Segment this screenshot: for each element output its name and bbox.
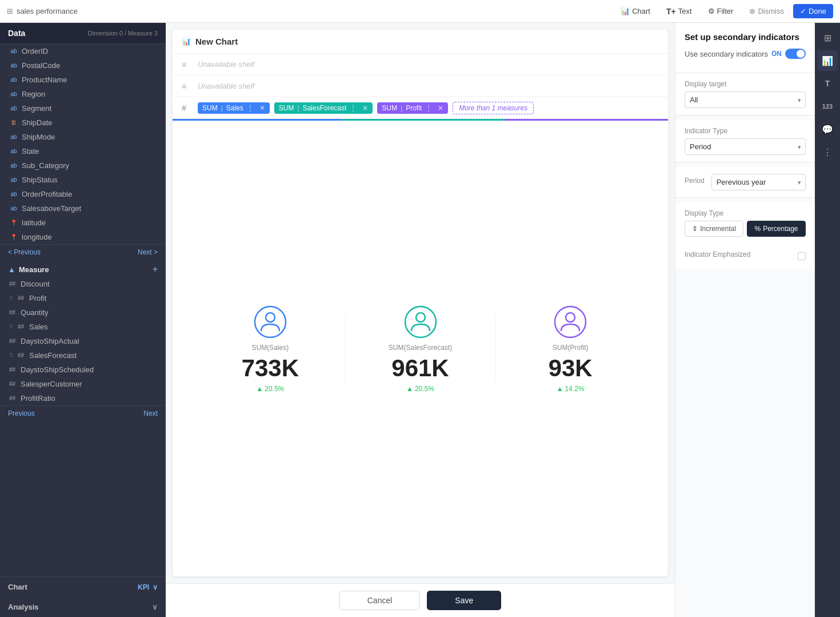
analysis-section[interactable]: Analysis ∨ [0, 597, 166, 617]
percentage-button[interactable]: % Percentage [747, 221, 806, 237]
dim-prev-button[interactable]: < Previous [8, 248, 41, 256]
iconbar-grid-button[interactable]: ⊞ [817, 27, 838, 48]
sidebar-item-daystoshipactual[interactable]: ## DaystoShipActual [0, 334, 166, 348]
sidebar-item-label: OrderProfitable [22, 190, 72, 198]
icon-bar: ⊞ 📊 T 123 💬 ⋮ [815, 23, 840, 617]
ab-icon: ab [9, 48, 18, 54]
chip-name: Profit [406, 104, 422, 112]
sidebar-item-longitude[interactable]: 📍 longitude [0, 230, 166, 244]
right-panel-header: Set up secondary indicators Use secondar… [675, 23, 815, 73]
sidebar-item-label: SalesperCustomer [21, 380, 82, 388]
sidebar-item-profitratio[interactable]: ## ProfitRatio [0, 391, 166, 405]
sidebar-item-subcategory[interactable]: ab Sub_Category [0, 158, 166, 173]
indicator-emphasized-row: Indicator Emphasized [675, 244, 815, 269]
more-measures-tag[interactable]: More than 1 measures [453, 102, 534, 114]
toggle-state-label: ON [771, 50, 782, 58]
chip-close-icon[interactable]: ✕ [259, 104, 265, 112]
sidebar-item-shipmode[interactable]: ab ShipMode [0, 130, 166, 144]
dim-next-button[interactable]: Next > [138, 248, 158, 256]
sidebar-item-orderprofitable[interactable]: ab OrderProfitable [0, 187, 166, 201]
iconbar-comment-button[interactable]: 💬 [817, 119, 838, 140]
chip-salesforecast[interactable]: SUM | SalesForecast ⋮ ✕ [274, 102, 373, 114]
indicator-emphasized-checkbox[interactable] [798, 252, 806, 260]
sidebar-item-sales[interactable]: ⠿ ## Sales [0, 320, 166, 334]
percentage-icon: % [754, 225, 761, 233]
grid-icon: ⊞ [824, 33, 831, 43]
sidebar-item-segment[interactable]: ab Segment [0, 101, 166, 116]
ab-icon: ab [9, 105, 18, 112]
up-arrow-icon: ▲ [557, 385, 563, 393]
svg-point-1 [266, 313, 275, 322]
chip-close-icon[interactable]: ✕ [362, 104, 368, 112]
chip-close-icon[interactable]: ✕ [438, 104, 443, 112]
date-icon: 🗓 [9, 120, 18, 126]
display-target-select[interactable]: All Selected None [685, 91, 806, 108]
sidebar-item-productname[interactable]: ab ProductName [0, 73, 166, 87]
text-tab-button[interactable]: T+ Text [659, 4, 699, 19]
sidebar-item-postalcode[interactable]: ab PostalCode [0, 58, 166, 73]
use-secondary-label: Use secondary indicators [685, 50, 768, 58]
sidebar-item-salesforecast[interactable]: ⠿ ## SalesForecast [0, 348, 166, 363]
sidebar-item-label: PostalCode [22, 61, 60, 70]
incremental-button[interactable]: ⇕ Incremental [685, 221, 743, 237]
sidebar-item-profit[interactable]: ⠿ ## Profit [0, 291, 166, 305]
chip-sales[interactable]: SUM | Sales ⋮ ✕ [198, 102, 270, 114]
sidebar-item-region[interactable]: ab Region [0, 87, 166, 101]
kpi-value-sales: 733K [242, 356, 299, 380]
display-type-label: Display Type [685, 209, 806, 217]
chevron-down-icon: ∨ [152, 603, 158, 611]
save-button[interactable]: Save [427, 591, 501, 610]
chip-profit[interactable]: SUM | Profit ⋮ ✕ [377, 102, 448, 114]
done-button[interactable]: ✓ Done [793, 4, 833, 18]
display-type-section: Display Type ⇕ Incremental % Percentage [675, 202, 815, 244]
sidebar-item-quantity[interactable]: ## Quantity [0, 305, 166, 320]
sidebar-item-discount[interactable]: ## Discount [0, 277, 166, 291]
sidebar-item-label: DaystoShipScheduled [21, 365, 94, 374]
iconbar-text-button[interactable]: T [817, 73, 838, 94]
kpi-card-sales: SUM(Sales) 733K ▲ 20.5% [195, 305, 345, 393]
sidebar-item-salesabovetarget[interactable]: ab SalesaboveTarget [0, 201, 166, 216]
geo-icon: 📍 [9, 220, 18, 226]
indicator-type-select[interactable]: Period Target Reference [685, 138, 806, 155]
iconbar-more-button[interactable]: ⋮ [817, 142, 838, 162]
hash-icon: ## [18, 352, 26, 359]
chip-name: SalesForecast [303, 104, 347, 112]
add-measure-button[interactable]: + [153, 264, 158, 274]
chart-section[interactable]: Chart KPI ∨ [0, 577, 166, 597]
chart-tab-button[interactable]: 📊 Chart [614, 4, 657, 18]
sidebar-item-label: State [22, 147, 39, 156]
collapse-arrow-icon[interactable]: ▲ [8, 265, 15, 274]
cancel-button[interactable]: Cancel [339, 591, 421, 610]
chip-dots-icon: ⋮ [350, 104, 357, 112]
kpi-label-sales: SUM(Sales) [251, 344, 289, 352]
sidebar-item-shipdate[interactable]: 🗓 ShipDate [0, 116, 166, 130]
checkmark-icon: ✓ [800, 7, 806, 15]
sidebar-item-orderid[interactable]: ab OrderID [0, 44, 166, 58]
top-bar: ⊞ sales performance 📊 Chart T+ Text ⚙ Fi… [0, 0, 840, 23]
display-target-section: Display target All Selected None [675, 73, 815, 116]
shelf-placeholder-2: Unavailable shelf [198, 82, 254, 90]
sidebar-item-shipstatus[interactable]: ab ShipStatus [0, 173, 166, 187]
sidebar-item-label: SalesaboveTarget [22, 204, 81, 213]
hash-icon: ## [9, 281, 17, 287]
filter-tab-button[interactable]: ⚙ Filter [701, 4, 741, 18]
ab-icon: ab [9, 177, 18, 183]
dismiss-button[interactable]: ⊗ Dismiss [742, 4, 791, 18]
meas-next-button[interactable]: Next [143, 409, 158, 417]
sidebar-item-state[interactable]: ab State [0, 144, 166, 158]
sidebar-item-latitude[interactable]: 📍 latitude [0, 216, 166, 230]
sidebar-item-salespercustomer[interactable]: ## SalesperCustomer [0, 377, 166, 391]
period-select[interactable]: Perevious year Previous month Previous q… [711, 174, 806, 190]
kpi-icon-sales [253, 305, 287, 339]
sidebar: Data Dimension 0 / Measure 3 ab OrderID … [0, 23, 166, 617]
drag-handle-icon: ⠿ [9, 324, 13, 330]
measures-header: ▲ Measure + [0, 260, 166, 277]
iconbar-chart-button[interactable]: 📊 [817, 50, 838, 71]
meas-prev-button[interactable]: Previous [8, 409, 35, 417]
kpi-change-salesforecast: ▲ 20.5% [406, 385, 434, 393]
secondary-indicators-toggle[interactable] [785, 49, 806, 59]
shelf-icon-2: ≡ [182, 82, 193, 91]
sidebar-item-daystoshipscheduled[interactable]: ## DaystoShipScheduled [0, 363, 166, 377]
iconbar-number-button[interactable]: 123 [817, 96, 838, 117]
tab-data[interactable]: Data [8, 29, 25, 38]
